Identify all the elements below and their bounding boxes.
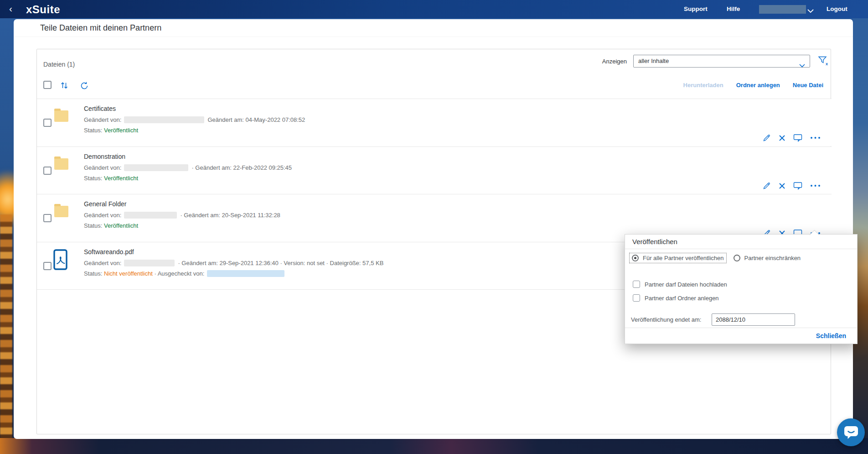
radio-all-partners-label: Für alle Partner veröffentlichen [643,255,724,261]
status-value: Veröffentlicht [104,222,138,229]
user-menu-redacted[interactable] [759,5,806,14]
svg-text:x: x [826,62,828,66]
partner-folder-checkbox-row[interactable]: Partner darf Ordner anlegen [633,294,719,302]
chat-launcher-button[interactable] [837,418,865,446]
hilfe-link[interactable]: Hilfe [727,5,740,12]
folder-icon [54,110,68,122]
status-label: Status: [84,222,102,229]
comment-icon[interactable] [793,134,802,142]
partner-folder-label: Partner darf Ordner anlegen [645,295,719,302]
publish-end-date-input[interactable] [712,313,795,326]
partner-upload-checkbox-row[interactable]: Partner darf Dateien hochladen [633,281,727,288]
support-link[interactable]: Support [684,5,708,12]
folder-icon [54,206,68,217]
modified-by-label: Geändert von: [84,116,121,123]
anzeigen-label: Anzeigen [602,58,627,65]
file-meta: Geändert von:Geändert am: 04-May-2022 07… [84,116,305,123]
modified-by-label: Geändert von: [84,260,121,266]
checkbox-icon[interactable] [633,281,640,288]
redacted-text [124,260,175,266]
background-bottom-strip [0,438,868,454]
file-status: Status: Nicht veröffentlicht · Ausgechec… [84,270,288,277]
file-name[interactable]: Certificates [84,105,116,112]
clear-filter-icon[interactable]: x [818,56,829,68]
refresh-icon[interactable] [80,81,89,92]
row-checkbox[interactable] [43,167,52,175]
table-row[interactable]: Certificates Geändert von:Geändert am: 0… [37,99,832,146]
page-title: Teile Dateien mit deinen Partnern [40,23,161,33]
new-file-button[interactable]: Neue Datei [793,82,823,89]
back-chevron-icon[interactable]: ‹ [9,3,12,14]
popover-title-divider [625,249,857,249]
shell-bar: ‹ xSuite Support Hilfe Logout [0,0,868,18]
status-label: Status: [84,127,102,134]
delete-x-icon[interactable] [779,135,785,141]
content-filter-value: aller Inhalte [638,57,669,64]
list-actions: Herunterladen Ordner anlegen Neue Datei [683,82,823,89]
edit-pencil-icon[interactable] [763,182,771,190]
select-all-checkbox[interactable] [43,81,52,89]
sort-icon[interactable] [60,81,69,92]
row-checkbox[interactable] [43,119,52,127]
modified-date: · Geändert am: 29-Sep-2021 12:36:40 · Ve… [178,260,383,266]
file-name[interactable]: Demonstration [84,153,125,160]
edit-pencil-icon[interactable] [763,134,771,142]
radio-restrict-partners[interactable]: Partner einschränken [734,255,801,261]
folder-icon [54,158,68,170]
checked-out-label: · Ausgecheckt von: [154,270,204,277]
radio-selected-icon[interactable] [632,255,639,261]
modified-date: Geändert am: 04-May-2022 07:08:52 [207,116,305,123]
content-filter-select[interactable]: aller Inhalte [633,55,810,68]
download-button[interactable]: Herunterladen [683,82,723,89]
checkbox-icon[interactable] [633,294,640,302]
file-name[interactable]: General Folder [84,200,126,208]
chat-bubble-icon [843,425,859,440]
file-meta: Geändert von:· Geändert am: 20-Sep-2021 … [84,212,280,219]
comment-icon[interactable] [793,182,802,190]
pdf-file-icon [53,249,67,272]
radio-unselected-icon[interactable] [734,255,740,261]
modified-by-label: Geändert von: [84,164,121,171]
chevron-down-icon[interactable] [807,7,814,15]
title-divider [14,37,853,37]
row-actions [763,134,821,142]
create-folder-button[interactable]: Ordner anlegen [736,82,780,89]
file-name[interactable]: Softwareando.pdf [84,248,134,256]
publish-popover: Veröffentlichen Für alle Partner veröffe… [625,234,858,344]
more-ellipsis-icon[interactable] [810,184,821,187]
modified-by-label: Geändert von: [84,212,121,219]
screen: ‹ xSuite Support Hilfe Logout Teile Date… [0,0,868,454]
file-status: Status: Veröffentlicht [84,175,138,182]
file-meta: Geändert von:· Geändert am: 29-Sep-2021 … [84,260,383,266]
delete-x-icon[interactable] [779,183,785,189]
radio-all-partners[interactable]: Für alle Partner veröffentlichen [630,253,726,263]
publish-scope-radio-group: Für alle Partner veröffentlichen Partner… [630,253,801,263]
xsuite-logo: xSuite [26,3,60,16]
close-popover-button[interactable]: Schließen [816,332,846,339]
status-value: Veröffentlicht [104,127,138,134]
modified-date: · Geändert am: 22-Feb-2022 09:25:45 [191,164,292,171]
redacted-text [124,116,204,123]
content-card: Teile Dateien mit deinen Partnern Dateie… [14,19,853,439]
file-meta: Geändert von:· Geändert am: 22-Feb-2022 … [84,164,292,171]
row-actions [763,182,821,190]
logout-link[interactable]: Logout [827,5,847,12]
redacted-text [124,164,188,171]
status-value: Nicht veröffentlicht [104,270,153,277]
redacted-text [124,212,177,219]
modified-date: · Geändert am: 20-Sep-2021 11:32:28 [180,212,280,219]
status-label: Status: [84,270,102,277]
popover-footer-divider [625,328,857,328]
table-row[interactable]: Demonstration Geändert von:· Geändert am… [37,146,832,194]
files-count-label: Dateien (1) [43,61,75,68]
partner-upload-label: Partner darf Dateien hochladen [645,281,727,288]
row-checkbox[interactable] [43,214,52,222]
more-ellipsis-icon[interactable] [810,136,821,139]
status-value: Veröffentlicht [104,175,138,182]
background-water-reflection [0,214,12,454]
radio-restrict-partners-label: Partner einschränken [744,255,801,261]
status-label: Status: [84,175,102,182]
chevron-down-icon [799,60,805,72]
popover-title: Veröffentlichen [632,235,677,249]
row-checkbox[interactable] [43,262,52,270]
